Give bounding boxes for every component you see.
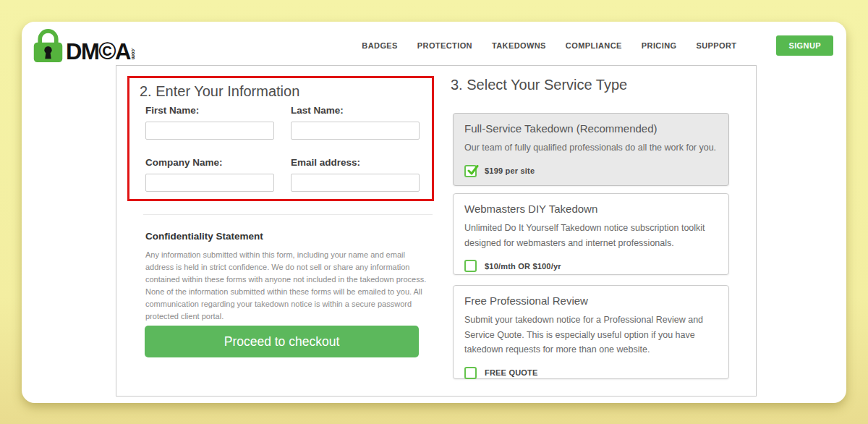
service-option-full-service[interactable]: Full-Service Takedown (Recommended) Our … [453, 113, 729, 186]
last-name-label: Last Name: [291, 105, 420, 116]
service-option-description: Unlimited Do It Yourself Takedown notice… [464, 221, 718, 250]
nav-item-pricing[interactable]: PRICING [642, 41, 677, 50]
proceed-to-checkout-button[interactable]: Proceed to checkout [145, 326, 419, 357]
checkbox-unchecked-icon[interactable] [464, 260, 477, 272]
nav-item-takedowns[interactable]: TAKEDOWNS [492, 41, 546, 50]
email-field-group: Email address: [291, 157, 420, 192]
service-option-title: Free Professional Review [464, 294, 718, 307]
service-price-label: $10/mth OR $100/yr [485, 262, 561, 271]
page-card: DM©A .com BADGES PROTECTION TAKEDOWNS CO… [22, 22, 846, 403]
service-option-free-review[interactable]: Free Professional Review Submit your tak… [453, 285, 729, 379]
nav-item-badges[interactable]: BADGES [362, 41, 397, 50]
nav-item-protection[interactable]: PROTECTION [417, 41, 472, 50]
service-option-description: Our team of fully qualified professional… [464, 140, 718, 156]
last-name-field-group: Last Name: [291, 105, 420, 140]
service-price-label: $199 per site [485, 166, 535, 175]
checkbox-checked-icon[interactable] [464, 165, 477, 177]
brand-tld: .com [131, 48, 136, 62]
company-name-field-group: Company Name: [145, 157, 274, 192]
price-row: $199 per site [464, 165, 718, 177]
service-option-diy-takedown[interactable]: Webmasters DIY Takedown Unlimited Do It … [453, 193, 729, 275]
email-label: Email address: [291, 157, 420, 168]
nav-item-compliance[interactable]: COMPLIANCE [566, 41, 622, 50]
confidentiality-heading: Confidentiality Statement [145, 231, 263, 242]
service-option-description: Submit your takedown notice for a Profes… [464, 313, 718, 357]
confidentiality-text: Any information submitted within this fo… [145, 249, 433, 323]
signup-button[interactable]: SIGNUP [776, 35, 833, 56]
price-row: $10/mth OR $100/yr [464, 260, 718, 272]
dmca-logo[interactable]: DM©A .com [33, 29, 136, 63]
site-header: DM©A .com BADGES PROTECTION TAKEDOWNS CO… [22, 22, 846, 65]
first-name-input[interactable] [145, 122, 274, 140]
first-name-label: First Name: [145, 105, 274, 116]
last-name-input[interactable] [291, 122, 420, 140]
nav-item-support[interactable]: SUPPORT [696, 41, 736, 50]
email-input[interactable] [291, 174, 420, 192]
price-row: FREE QUOTE [464, 367, 718, 379]
service-price-label: FREE QUOTE [485, 368, 538, 377]
annotation-red-box: 2. Enter Your Information First Name: La… [127, 76, 434, 201]
service-option-title: Webmasters DIY Takedown [464, 203, 718, 215]
service-option-title: Full-Service Takedown (Recommended) [464, 122, 718, 135]
company-name-input[interactable] [145, 174, 274, 192]
brand-text: DM©A [66, 40, 130, 62]
content-panel: 2. Enter Your Information First Name: La… [116, 65, 757, 397]
first-name-field-group: First Name: [145, 105, 274, 140]
select-service-heading: 3. Select Your Service Type [451, 77, 627, 93]
padlock-icon [33, 29, 64, 63]
left-column-divider [143, 214, 433, 215]
enter-information-heading: 2. Enter Your Information [140, 83, 299, 100]
company-name-label: Company Name: [145, 157, 274, 168]
main-nav: BADGES PROTECTION TAKEDOWNS COMPLIANCE P… [362, 35, 833, 56]
checkbox-unchecked-icon[interactable] [464, 367, 477, 379]
